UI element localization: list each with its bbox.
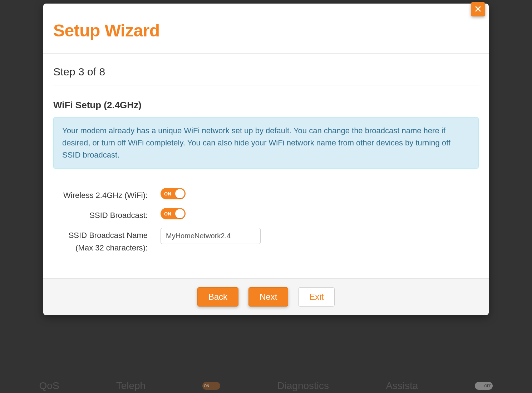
ssid-name-label-line1: SSID Broadcast Name — [69, 231, 148, 240]
wireless-toggle-state: ON — [164, 191, 172, 196]
ssid-broadcast-label: SSID Broadcast: — [53, 208, 161, 222]
close-icon — [475, 5, 481, 14]
ssid-broadcast-toggle[interactable]: ON — [161, 208, 186, 219]
ssid-name-label: SSID Broadcast Name (Max 32 characters): — [53, 228, 161, 254]
exit-button[interactable]: Exit — [298, 287, 335, 307]
bg-nav-assista: Assista — [386, 380, 418, 392]
toggle-knob-icon — [175, 189, 184, 198]
close-button[interactable] — [471, 2, 485, 16]
background-nav: QoS Teleph ON Diagnostics Assista OFF — [0, 379, 532, 393]
back-button[interactable]: Back — [197, 287, 238, 307]
bg-nav-diagnostics: Diagnostics — [277, 380, 329, 392]
bg-nav-qos: QoS — [39, 380, 59, 392]
row-ssid-broadcast: SSID Broadcast: ON — [53, 208, 261, 222]
ssid-name-label-line2: (Max 32 characters): — [75, 243, 148, 252]
section-heading: WiFi Setup (2.4GHz) — [53, 100, 479, 111]
bg-toggle-off: OFF — [475, 382, 493, 390]
wireless-label: Wireless 2.4GHz (WiFi): — [53, 188, 161, 202]
setup-wizard-modal: Setup Wizard Step 3 of 8 WiFi Setup (2.4… — [43, 4, 489, 315]
modal-body: Step 3 of 8 WiFi Setup (2.4GHz) Your mod… — [43, 54, 489, 278]
step-heading: Step 3 of 8 — [53, 66, 479, 85]
wireless-toggle[interactable]: ON — [161, 188, 186, 199]
bg-toggle-on: ON — [202, 382, 220, 390]
ssid-broadcast-toggle-state: ON — [164, 211, 172, 217]
toggle-knob-icon — [175, 209, 184, 218]
next-button[interactable]: Next — [248, 287, 288, 307]
ssid-name-input[interactable] — [161, 228, 261, 244]
info-alert: Your modem already has a unique WiFi net… — [53, 117, 479, 169]
modal-header: Setup Wizard — [43, 4, 489, 54]
modal-footer: Back Next Exit — [43, 278, 489, 315]
row-ssid-name: SSID Broadcast Name (Max 32 characters): — [53, 228, 261, 254]
row-wireless: Wireless 2.4GHz (WiFi): ON — [53, 188, 261, 202]
bg-nav-teleph: Teleph — [116, 380, 146, 392]
wifi-form: Wireless 2.4GHz (WiFi): ON SSID Broadcas… — [53, 181, 261, 260]
modal-title: Setup Wizard — [53, 21, 479, 40]
